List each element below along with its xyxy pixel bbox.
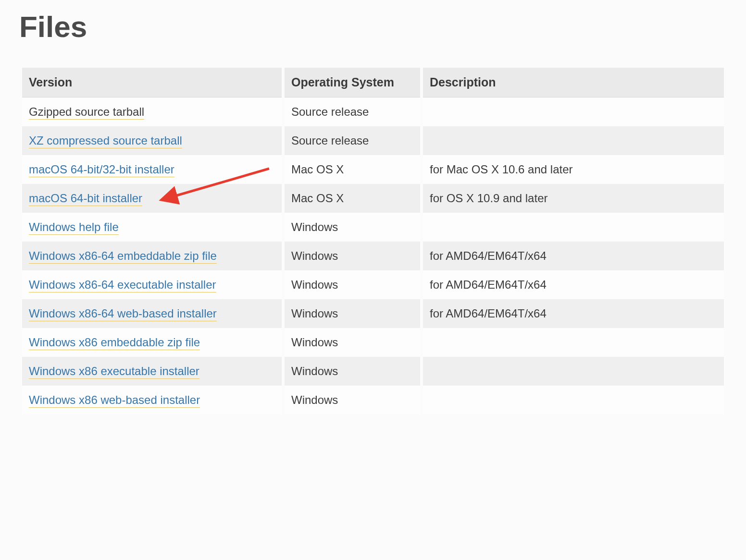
col-header-desc: Description [423, 68, 724, 97]
table-row: Windows x86-64 executable installerWindo… [22, 270, 724, 299]
download-link[interactable]: Windows help file [29, 220, 119, 235]
page-title: Files [19, 10, 727, 44]
table-row: Gzipped source tarballSource release [22, 97, 724, 126]
cell-version: Windows x86 web-based installer [22, 386, 282, 414]
files-table-container: Version Operating System Description Gzi… [19, 68, 727, 414]
table-row: macOS 64-bit installerMac OS Xfor OS X 1… [22, 184, 724, 213]
cell-version: Windows x86-64 embeddable zip file [22, 242, 282, 270]
download-link[interactable]: Windows x86-64 executable installer [29, 278, 216, 292]
cell-description: for AMD64/EM64T/x64 [423, 270, 724, 299]
cell-os: Windows [285, 213, 420, 242]
cell-version: Windows help file [22, 213, 282, 242]
cell-description [423, 357, 724, 386]
download-link[interactable]: Windows x86-64 embeddable zip file [29, 249, 217, 264]
cell-description [423, 328, 724, 357]
table-row: Windows x86 embeddable zip fileWindows [22, 328, 724, 357]
files-table: Version Operating System Description Gzi… [19, 68, 727, 414]
cell-description: for AMD64/EM64T/x64 [423, 299, 724, 328]
cell-os: Windows [285, 357, 420, 386]
download-link[interactable]: Gzipped source tarball [29, 105, 144, 120]
cell-version: XZ compressed source tarball [22, 126, 282, 155]
cell-os: Windows [285, 386, 420, 414]
cell-version: Windows x86-64 executable installer [22, 270, 282, 299]
cell-version: macOS 64-bit/32-bit installer [22, 155, 282, 184]
cell-version: Windows x86-64 web-based installer [22, 299, 282, 328]
table-row: Windows x86 web-based installerWindows [22, 386, 724, 414]
table-row: XZ compressed source tarballSource relea… [22, 126, 724, 155]
col-header-os: Operating System [285, 68, 420, 97]
cell-description [423, 126, 724, 155]
cell-description: for AMD64/EM64T/x64 [423, 242, 724, 270]
cell-os: Windows [285, 242, 420, 270]
table-row: Windows x86-64 embeddable zip fileWindow… [22, 242, 724, 270]
table-row: Windows help fileWindows [22, 213, 724, 242]
cell-version: macOS 64-bit installer [22, 184, 282, 213]
cell-os: Windows [285, 270, 420, 299]
cell-version: Gzipped source tarball [22, 97, 282, 126]
cell-os: Source release [285, 97, 420, 126]
cell-version: Windows x86 embeddable zip file [22, 328, 282, 357]
table-header-row: Version Operating System Description [22, 68, 724, 97]
download-link[interactable]: Windows x86 executable installer [29, 365, 199, 379]
download-link[interactable]: macOS 64-bit installer [29, 192, 142, 206]
table-row: macOS 64-bit/32-bit installerMac OS Xfor… [22, 155, 724, 184]
table-row: Windows x86-64 web-based installerWindow… [22, 299, 724, 328]
download-link[interactable]: Windows x86-64 web-based installer [29, 307, 217, 321]
cell-description [423, 97, 724, 126]
cell-description [423, 213, 724, 242]
download-link[interactable]: Windows x86 embeddable zip file [29, 336, 200, 350]
cell-description: for Mac OS X 10.6 and later [423, 155, 724, 184]
cell-os: Windows [285, 328, 420, 357]
table-row: Windows x86 executable installerWindows [22, 357, 724, 386]
cell-description: for OS X 10.9 and later [423, 184, 724, 213]
download-link[interactable]: macOS 64-bit/32-bit installer [29, 163, 174, 177]
cell-version: Windows x86 executable installer [22, 357, 282, 386]
col-header-version: Version [22, 68, 282, 97]
cell-os: Mac OS X [285, 155, 420, 184]
cell-os: Source release [285, 126, 420, 155]
download-link[interactable]: Windows x86 web-based installer [29, 393, 200, 408]
cell-description [423, 386, 724, 414]
download-link[interactable]: XZ compressed source tarball [29, 134, 182, 148]
cell-os: Windows [285, 299, 420, 328]
cell-os: Mac OS X [285, 184, 420, 213]
